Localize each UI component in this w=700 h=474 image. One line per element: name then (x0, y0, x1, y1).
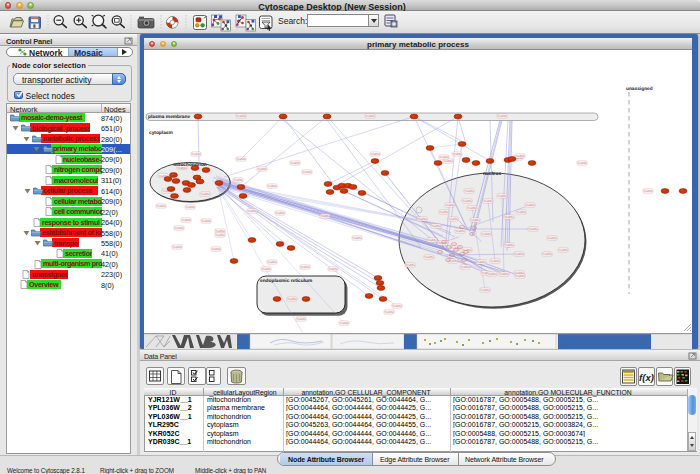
svg-text:Yxx00c: Yxx00c (558, 249, 567, 252)
svg-text:Yxx00c: Yxx00c (480, 289, 489, 292)
svg-text:Yxx00c: Yxx00c (445, 204, 454, 207)
svg-text:endoplasmic reticulum: endoplasmic reticulum (260, 278, 312, 284)
svg-text:Yxx00c: Yxx00c (470, 219, 479, 222)
svg-text:Yxx00c: Yxx00c (455, 230, 464, 233)
svg-text:Yxx00c: Yxx00c (181, 219, 190, 222)
svg-text:Yxx00c: Yxx00c (296, 318, 305, 321)
svg-text:Yxx00c: Yxx00c (320, 215, 329, 218)
svg-text:Yxx00c: Yxx00c (261, 268, 270, 271)
svg-text:Yxx00c: Yxx00c (448, 260, 457, 263)
svg-text:Yxx00c: Yxx00c (384, 311, 393, 314)
svg-text:Yxx00c: Yxx00c (515, 155, 524, 158)
svg-text:Yxx00c: Yxx00c (215, 234, 224, 237)
svg-text:Yxx00c: Yxx00c (467, 207, 476, 210)
svg-text:Yxx00c: Yxx00c (439, 211, 448, 214)
svg-text:Yxx00c: Yxx00c (516, 211, 525, 214)
svg-text:unassigned: unassigned (626, 85, 653, 91)
svg-text:Yxx00c: Yxx00c (481, 233, 490, 236)
svg-text:Yxx00c: Yxx00c (483, 200, 492, 203)
svg-text:Yxx00c: Yxx00c (525, 204, 534, 207)
svg-text:Yxx00c: Yxx00c (267, 261, 276, 264)
svg-text:Yxx00c: Yxx00c (215, 230, 224, 233)
svg-text:mitochondrion: mitochondrion (173, 161, 207, 167)
svg-text:Yxx00c: Yxx00c (431, 225, 440, 228)
svg-text:Yxx00c: Yxx00c (328, 268, 337, 271)
svg-text:Yxx00c: Yxx00c (427, 239, 436, 242)
svg-text:Yxx00c: Yxx00c (267, 185, 276, 188)
svg-text:Yxx00c: Yxx00c (365, 115, 374, 118)
svg-text:Yxx00c: Yxx00c (439, 156, 448, 159)
svg-text:Yxx00c: Yxx00c (236, 158, 245, 161)
svg-text:Yxx00c: Yxx00c (497, 195, 506, 198)
svg-text:Yxx00c: Yxx00c (339, 322, 348, 325)
svg-text:Yxx00c: Yxx00c (275, 212, 284, 215)
svg-text:Yxx00c: Yxx00c (247, 210, 256, 213)
svg-text:Yxx00c: Yxx00c (542, 253, 551, 256)
svg-text:Yxx00c: Yxx00c (577, 162, 586, 165)
svg-text:Yxx00c: Yxx00c (424, 256, 433, 259)
svg-text:Yxx00c: Yxx00c (504, 216, 513, 219)
svg-text:Yxx00c: Yxx00c (487, 273, 496, 276)
svg-text:Yxx00c: Yxx00c (490, 260, 499, 263)
svg-text:Yxx00c: Yxx00c (497, 115, 506, 118)
svg-text:Yxx00c: Yxx00c (528, 228, 537, 231)
svg-text:Yxx00c: Yxx00c (405, 264, 414, 267)
svg-text:Yxx00c: Yxx00c (201, 220, 210, 223)
svg-text:cytoplasm: cytoplasm (149, 129, 173, 135)
svg-text:Yxx00c: Yxx00c (417, 218, 426, 221)
svg-text:Yxx00c: Yxx00c (504, 244, 513, 247)
svg-text:Yxx00c: Yxx00c (514, 253, 523, 256)
svg-text:Yxx00c: Yxx00c (643, 190, 652, 193)
svg-text:Yxx00c: Yxx00c (290, 162, 299, 165)
svg-text:Yxx00c: Yxx00c (352, 237, 361, 240)
svg-text:Yxx00c: Yxx00c (174, 227, 183, 230)
svg-text:Yxx00c: Yxx00c (499, 273, 508, 276)
svg-text:Yxx00c: Yxx00c (443, 160, 452, 163)
svg-text:Yxx00c: Yxx00c (392, 305, 401, 308)
svg-text:f(x): f(x) (639, 373, 654, 384)
svg-text:Yxx00c: Yxx00c (515, 275, 524, 278)
svg-text:Yxx00c: Yxx00c (464, 190, 473, 193)
svg-text:nucleus: nucleus (483, 171, 501, 177)
svg-text:Yxx00c: Yxx00c (287, 298, 296, 301)
svg-text:Yxx00c: Yxx00c (156, 205, 165, 208)
svg-text:Yxx00c: Yxx00c (233, 179, 242, 182)
svg-text:Yxx00c: Yxx00c (460, 266, 469, 269)
svg-text:Yxx00c: Yxx00c (185, 206, 194, 209)
svg-text:Yxx00c: Yxx00c (236, 115, 245, 118)
svg-text:Yxx00c: Yxx00c (452, 153, 461, 156)
svg-text:plasma membrane: plasma membrane (148, 114, 190, 120)
svg-text:Yxx00c: Yxx00c (370, 153, 379, 156)
svg-text:Yxx00c: Yxx00c (257, 168, 266, 171)
svg-text:Yxx00c: Yxx00c (172, 246, 181, 249)
svg-text:Yxx00c: Yxx00c (547, 237, 556, 240)
svg-text:Yxx00c: Yxx00c (448, 218, 457, 221)
svg-text:Yxx00c: Yxx00c (191, 153, 200, 156)
svg-text:Yxx00c: Yxx00c (476, 261, 485, 264)
svg-text:Yxx00c: Yxx00c (302, 171, 311, 174)
svg-text:Yxx00c: Yxx00c (211, 248, 220, 251)
svg-text:Yxx00c: Yxx00c (462, 200, 471, 203)
svg-text:Yxx00c: Yxx00c (300, 266, 309, 269)
svg-text:Yxx00c: Yxx00c (200, 193, 209, 196)
